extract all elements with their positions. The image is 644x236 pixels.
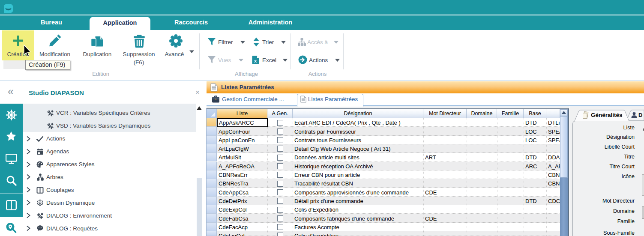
svg-text:x: x bbox=[254, 58, 257, 63]
